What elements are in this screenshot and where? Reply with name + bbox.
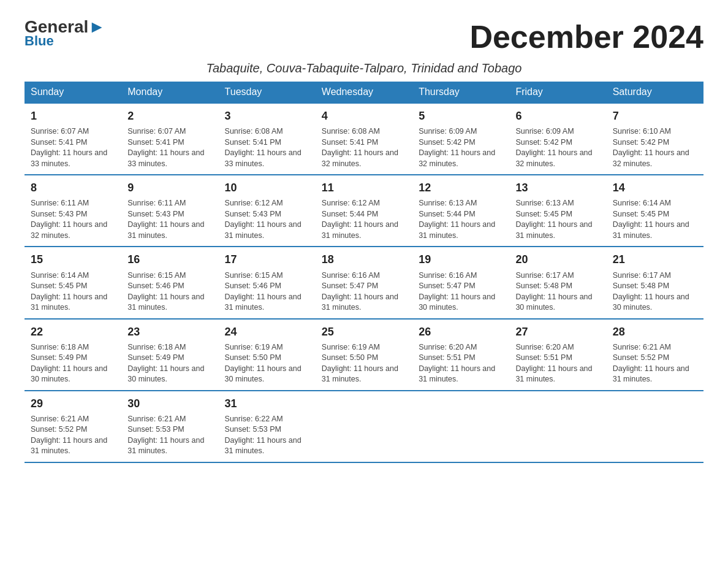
calendar-cell: 15Sunrise: 6:14 AMSunset: 5:45 PMDayligh… xyxy=(25,247,121,318)
day-number: 8 xyxy=(31,180,115,196)
day-number: 13 xyxy=(515,180,600,196)
day-number: 5 xyxy=(419,109,503,124)
day-info: Sunrise: 6:10 AMSunset: 5:42 PMDaylight:… xyxy=(613,126,697,169)
page-header: General► Blue December 2024 xyxy=(25,18,703,55)
day-info: Sunrise: 6:19 AMSunset: 5:50 PMDaylight:… xyxy=(322,342,406,385)
day-info: Sunrise: 6:21 AMSunset: 5:52 PMDaylight:… xyxy=(31,414,115,457)
day-info: Sunrise: 6:08 AMSunset: 5:41 PMDaylight:… xyxy=(322,126,406,169)
day-number: 19 xyxy=(419,252,503,267)
calendar-cell: 4Sunrise: 6:08 AMSunset: 5:41 PMDaylight… xyxy=(316,103,412,175)
day-number: 25 xyxy=(322,324,406,340)
day-info: Sunrise: 6:12 AMSunset: 5:43 PMDaylight:… xyxy=(225,198,309,241)
day-number: 1 xyxy=(31,109,115,124)
day-number: 11 xyxy=(322,180,406,196)
day-info: Sunrise: 6:13 AMSunset: 5:45 PMDaylight:… xyxy=(515,198,600,241)
day-info: Sunrise: 6:09 AMSunset: 5:42 PMDaylight:… xyxy=(419,126,503,169)
week-row-3: 15Sunrise: 6:14 AMSunset: 5:45 PMDayligh… xyxy=(25,247,703,318)
calendar-cell: 5Sunrise: 6:09 AMSunset: 5:42 PMDaylight… xyxy=(412,103,509,175)
calendar-cell: 1Sunrise: 6:07 AMSunset: 5:41 PMDaylight… xyxy=(25,103,121,175)
day-number: 7 xyxy=(613,109,697,124)
calendar-cell: 12Sunrise: 6:13 AMSunset: 5:44 PMDayligh… xyxy=(412,175,509,247)
calendar-cell: 9Sunrise: 6:11 AMSunset: 5:43 PMDaylight… xyxy=(121,175,218,247)
day-number: 14 xyxy=(613,180,697,196)
calendar-cell: 23Sunrise: 6:18 AMSunset: 5:49 PMDayligh… xyxy=(121,319,218,391)
calendar-cell: 27Sunrise: 6:20 AMSunset: 5:51 PMDayligh… xyxy=(509,319,606,391)
day-number: 17 xyxy=(225,252,309,267)
calendar-cell: 19Sunrise: 6:16 AMSunset: 5:47 PMDayligh… xyxy=(412,247,509,318)
day-info: Sunrise: 6:15 AMSunset: 5:46 PMDaylight:… xyxy=(225,270,309,313)
calendar-cell: 30Sunrise: 6:21 AMSunset: 5:53 PMDayligh… xyxy=(121,391,218,462)
calendar-cell: 21Sunrise: 6:17 AMSunset: 5:48 PMDayligh… xyxy=(607,247,703,318)
week-row-5: 29Sunrise: 6:21 AMSunset: 5:52 PMDayligh… xyxy=(25,391,703,462)
calendar-cell: 26Sunrise: 6:20 AMSunset: 5:51 PMDayligh… xyxy=(412,319,509,391)
day-number: 20 xyxy=(515,252,600,267)
day-info: Sunrise: 6:20 AMSunset: 5:51 PMDaylight:… xyxy=(515,342,600,385)
day-number: 22 xyxy=(31,324,115,340)
logo-blue: Blue xyxy=(25,33,54,49)
weekday-header-wednesday: Wednesday xyxy=(316,82,412,103)
day-info: Sunrise: 6:07 AMSunset: 5:41 PMDaylight:… xyxy=(127,126,212,169)
day-info: Sunrise: 6:07 AMSunset: 5:41 PMDaylight:… xyxy=(31,126,115,169)
calendar-table: SundayMondayTuesdayWednesdayThursdayFrid… xyxy=(25,82,703,463)
calendar-cell: 6Sunrise: 6:09 AMSunset: 5:42 PMDaylight… xyxy=(509,103,606,175)
day-number: 6 xyxy=(515,109,600,124)
calendar-cell: 3Sunrise: 6:08 AMSunset: 5:41 PMDaylight… xyxy=(219,103,316,175)
calendar-cell: 17Sunrise: 6:15 AMSunset: 5:46 PMDayligh… xyxy=(219,247,316,318)
day-number: 26 xyxy=(419,324,503,340)
location-title: Tabaquite, Couva-Tabaquite-Talparo, Trin… xyxy=(25,61,703,75)
day-info: Sunrise: 6:13 AMSunset: 5:44 PMDaylight:… xyxy=(419,198,503,241)
logo: General► Blue xyxy=(25,18,105,49)
day-number: 4 xyxy=(322,109,406,124)
weekday-header-row: SundayMondayTuesdayWednesdayThursdayFrid… xyxy=(25,82,703,103)
calendar-cell: 22Sunrise: 6:18 AMSunset: 5:49 PMDayligh… xyxy=(25,319,121,391)
day-info: Sunrise: 6:18 AMSunset: 5:49 PMDaylight:… xyxy=(127,342,212,385)
day-info: Sunrise: 6:22 AMSunset: 5:53 PMDaylight:… xyxy=(225,414,309,457)
day-info: Sunrise: 6:20 AMSunset: 5:51 PMDaylight:… xyxy=(419,342,503,385)
calendar-cell xyxy=(509,391,606,462)
day-info: Sunrise: 6:11 AMSunset: 5:43 PMDaylight:… xyxy=(31,198,115,241)
day-number: 12 xyxy=(419,180,503,196)
day-number: 18 xyxy=(322,252,406,267)
day-info: Sunrise: 6:11 AMSunset: 5:43 PMDaylight:… xyxy=(127,198,212,241)
calendar-cell: 16Sunrise: 6:15 AMSunset: 5:46 PMDayligh… xyxy=(121,247,218,318)
calendar-cell: 28Sunrise: 6:21 AMSunset: 5:52 PMDayligh… xyxy=(607,319,703,391)
day-info: Sunrise: 6:16 AMSunset: 5:47 PMDaylight:… xyxy=(419,270,503,313)
day-info: Sunrise: 6:18 AMSunset: 5:49 PMDaylight:… xyxy=(31,342,115,385)
weekday-header-tuesday: Tuesday xyxy=(219,82,316,103)
calendar-cell: 10Sunrise: 6:12 AMSunset: 5:43 PMDayligh… xyxy=(219,175,316,247)
calendar-cell: 8Sunrise: 6:11 AMSunset: 5:43 PMDaylight… xyxy=(25,175,121,247)
day-info: Sunrise: 6:17 AMSunset: 5:48 PMDaylight:… xyxy=(515,270,600,313)
day-number: 27 xyxy=(515,324,600,340)
day-info: Sunrise: 6:21 AMSunset: 5:52 PMDaylight:… xyxy=(613,342,697,385)
calendar-cell xyxy=(316,391,412,462)
calendar-cell xyxy=(607,391,703,462)
week-row-1: 1Sunrise: 6:07 AMSunset: 5:41 PMDaylight… xyxy=(25,103,703,175)
weekday-header-monday: Monday xyxy=(121,82,218,103)
calendar-cell: 11Sunrise: 6:12 AMSunset: 5:44 PMDayligh… xyxy=(316,175,412,247)
day-info: Sunrise: 6:17 AMSunset: 5:48 PMDaylight:… xyxy=(613,270,697,313)
calendar-cell: 14Sunrise: 6:14 AMSunset: 5:45 PMDayligh… xyxy=(607,175,703,247)
calendar-cell: 7Sunrise: 6:10 AMSunset: 5:42 PMDaylight… xyxy=(607,103,703,175)
day-number: 9 xyxy=(127,180,212,196)
day-info: Sunrise: 6:12 AMSunset: 5:44 PMDaylight:… xyxy=(322,198,406,241)
calendar-cell: 29Sunrise: 6:21 AMSunset: 5:52 PMDayligh… xyxy=(25,391,121,462)
day-number: 15 xyxy=(31,252,115,267)
day-info: Sunrise: 6:15 AMSunset: 5:46 PMDaylight:… xyxy=(127,270,212,313)
day-number: 28 xyxy=(613,324,697,340)
day-info: Sunrise: 6:08 AMSunset: 5:41 PMDaylight:… xyxy=(225,126,309,169)
day-info: Sunrise: 6:21 AMSunset: 5:53 PMDaylight:… xyxy=(127,414,212,457)
weekday-header-sunday: Sunday xyxy=(25,82,121,103)
weekday-header-thursday: Thursday xyxy=(412,82,509,103)
day-number: 2 xyxy=(127,109,212,124)
day-number: 31 xyxy=(225,396,309,412)
day-number: 3 xyxy=(225,109,309,124)
day-number: 10 xyxy=(225,180,309,196)
calendar-cell: 24Sunrise: 6:19 AMSunset: 5:50 PMDayligh… xyxy=(219,319,316,391)
day-number: 16 xyxy=(127,252,212,267)
day-number: 23 xyxy=(127,324,212,340)
calendar-cell: 31Sunrise: 6:22 AMSunset: 5:53 PMDayligh… xyxy=(219,391,316,462)
calendar-cell: 13Sunrise: 6:13 AMSunset: 5:45 PMDayligh… xyxy=(509,175,606,247)
day-number: 21 xyxy=(613,252,697,267)
weekday-header-saturday: Saturday xyxy=(607,82,703,103)
day-number: 29 xyxy=(31,396,115,412)
